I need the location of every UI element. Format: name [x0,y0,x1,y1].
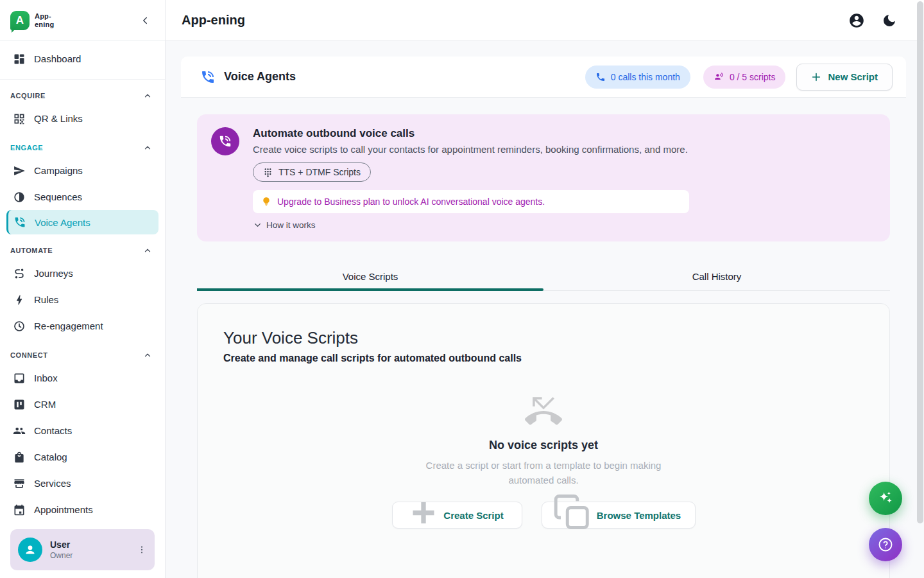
empty-actions: Create Script Browse Templates [392,502,696,529]
dialpad-icon [263,168,273,177]
clock-icon [13,320,26,333]
main-area: App-ening Voice Agents 0 calls this mont… [166,0,924,578]
sidebar-section-acquire[interactable]: ACQUIRE [0,80,165,105]
scrollbar-track [916,0,924,578]
lightning-bolt-icon [13,293,26,306]
sidebar-item-voice-agents[interactable]: Voice Agents [6,210,158,234]
sidebar-item-qr-links[interactable]: QR & Links [0,105,165,132]
sidebar-section-connect[interactable]: CONNECT [0,339,165,365]
sidebar-item-label: QR & Links [34,113,83,124]
sidebar-item-label: Dashboard [34,53,81,64]
chevron-up-icon [143,91,152,100]
phone-icon [595,72,606,82]
page-inner: Automate outbound voice calls Create voi… [181,114,906,578]
how-it-works-toggle[interactable]: How it works [253,220,689,230]
user-name: User [50,539,126,550]
promo-body: Automate outbound voice calls Create voi… [253,127,689,230]
page-header: Voice Agents 0 calls this month 0 / 5 sc… [181,57,906,98]
sidebar-collapse-button[interactable] [137,12,153,29]
sidebar-item-label: Services [34,478,71,489]
plus-icon [811,72,821,82]
dots-vertical-icon [137,545,147,555]
voice-person-icon [714,71,724,82]
scrollbar-thumb[interactable] [917,1,923,523]
help-fab[interactable] [869,528,902,561]
tts-dtmf-chip[interactable]: TTS + DTMF Scripts [253,162,371,182]
sidebar-item-label: Sequences [34,191,82,202]
sidebar-section-automate[interactable]: AUTOMATE [0,234,165,260]
app-logo-icon: A [10,11,30,30]
topbar-actions [848,12,897,29]
tab-bar: Voice Scripts Call History [197,265,890,291]
topbar: App-ening [166,0,924,41]
chevron-up-icon [143,351,152,360]
sidebar-item-label: Inbox [34,372,58,383]
chevron-up-icon [143,143,152,152]
sidebar-item-rules[interactable]: Rules [0,286,165,313]
panel-title: Your Voice Scripts [223,328,864,348]
tab-voice-scripts[interactable]: Voice Scripts [197,265,543,290]
empty-state: No voice scripts yet Create a script or … [223,392,864,529]
person-icon [22,542,38,557]
empty-description: Create a script or start from a template… [418,459,669,487]
empty-title: No voice scripts yet [489,439,598,452]
create-script-button[interactable]: Create Script [392,502,522,529]
qr-code-icon [13,112,26,125]
sidebar-header: A App- ening [0,0,165,41]
sparkles-icon [877,490,894,507]
page-header-left: Voice Agents [200,69,296,85]
chevron-down-icon [253,220,262,230]
dark-mode-toggle[interactable] [882,13,897,28]
sidebar-item-dashboard[interactable]: Dashboard [0,46,165,72]
panel-subtitle: Create and manage call scripts for autom… [223,353,864,364]
user-menu-button[interactable] [134,542,150,557]
contrast-circle-icon [13,191,26,204]
sidebar-item-journeys[interactable]: Journeys [0,260,165,286]
sidebar-item-re-engagement[interactable]: Re-engagement [0,313,165,339]
sidebar-item-label: Catalog [34,451,67,462]
sidebar-item-label: Rules [34,294,58,305]
sidebar-item-label: CRM [34,399,56,410]
sidebar-item-label: Campaigns [34,165,83,176]
voice-scripts-panel: Your Voice Scripts Create and manage cal… [197,303,890,578]
user-meta: User Owner [50,539,126,560]
sidebar-item-catalog[interactable]: Catalog [0,444,165,470]
account-circle-icon [848,12,865,29]
sidebar-item-inbox[interactable]: Inbox [0,365,165,391]
shopping-bag-icon [13,451,26,464]
account-button[interactable] [848,12,865,29]
ai-assistant-fab[interactable] [869,482,902,515]
sidebar-item-appointments[interactable]: Appointments [0,496,165,521]
page-header-right: 0 calls this month 0 / 5 scripts New Scr… [585,64,893,91]
phone-waves-icon [200,69,216,85]
people-icon [13,425,26,437]
promo-title: Automate outbound voice calls [253,127,689,140]
lightbulb-icon [261,197,271,207]
content: Voice Agents 0 calls this month 0 / 5 sc… [166,41,924,578]
sidebar-nav: Dashboard ACQUIRE QR & Links ENGAGE Camp… [0,41,165,521]
phone-volume-badge [211,127,239,155]
upgrade-notice: Upgrade to Business plan to unlock AI co… [253,190,689,213]
sidebar-item-crm[interactable]: CRM [0,391,165,417]
sidebar-item-campaigns[interactable]: Campaigns [0,157,165,184]
sidebar-item-label: Contacts [34,425,72,436]
browse-templates-button[interactable]: Browse Templates [542,502,696,529]
sidebar-section-engage[interactable]: ENGAGE [0,132,165,157]
page-title: App-ening [182,13,245,28]
app-logo[interactable]: A App- ening [10,11,54,30]
new-script-button[interactable]: New Script [796,64,893,91]
chevron-left-icon [139,15,151,26]
app-logo-text: App- ening [35,12,54,28]
scripts-badge[interactable]: 0 / 5 scripts [703,66,786,89]
sidebar-item-services[interactable]: Services [0,470,165,496]
sidebar-item-label: Re-engagement [34,320,103,331]
sidebar-item-contacts[interactable]: Contacts [0,417,165,444]
help-circle-icon [877,536,894,553]
tab-call-history[interactable]: Call History [543,265,890,290]
user-role: Owner [50,551,126,560]
calls-badge[interactable]: 0 calls this month [585,66,690,89]
inbox-tray-icon [13,372,26,385]
send-icon [13,164,26,177]
user-card[interactable]: User Owner [10,529,155,570]
sidebar-item-sequences[interactable]: Sequences [0,184,165,210]
